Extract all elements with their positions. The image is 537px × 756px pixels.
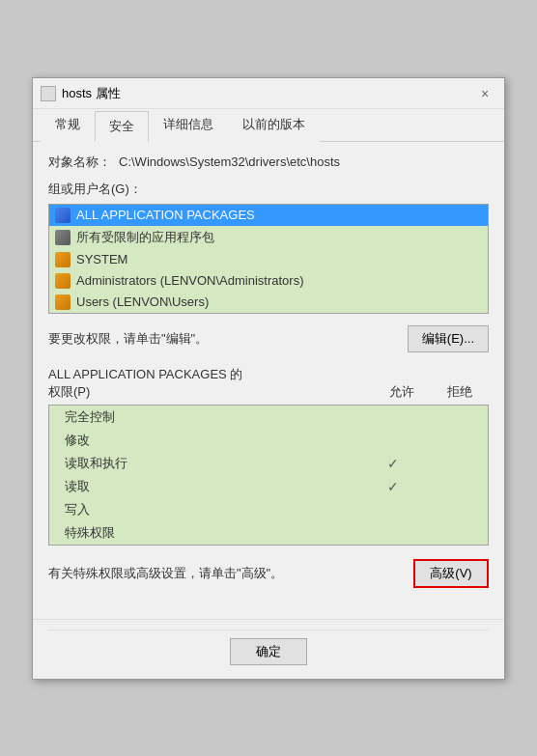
list-item-label: Users (LENVON\Users): [76, 294, 209, 309]
list-item[interactable]: Users (LENVON\Users): [49, 292, 488, 313]
tab-details[interactable]: 详细信息: [149, 109, 228, 142]
object-name-label: 对象名称：: [48, 154, 111, 171]
list-item-label: SYSTEM: [76, 252, 127, 266]
title-bar-left: hosts 属性: [41, 85, 121, 102]
perm-row-read-execute: 读取和执行 ✓: [49, 452, 488, 475]
edit-description: 要更改权限，请单击"编辑"。: [48, 330, 208, 348]
admin-icon: [55, 273, 71, 289]
footer-buttons: 确定: [48, 630, 489, 669]
perm-row-special: 特殊权限: [49, 521, 488, 545]
edit-area: 要更改权限，请单击"编辑"。 编辑(E)...: [48, 325, 489, 352]
perm-row-write: 写入: [49, 498, 488, 521]
tab-content: 对象名称： C:\Windows\System32\drivers\etc\ho…: [33, 142, 504, 619]
restricted-icon: [55, 230, 71, 245]
permissions-section: ALL APPLICATION PACKAGES 的 权限(P) 允许 拒绝 完…: [48, 366, 489, 546]
advanced-area: 有关特殊权限或高级设置，请单击"高级"。 高级(V): [48, 559, 489, 588]
perm-row-full-control: 完全控制: [49, 406, 488, 429]
tab-security[interactable]: 安全: [95, 111, 149, 142]
perm-title-part2: 权限(P) 允许 拒绝: [48, 383, 489, 401]
perm-allow-header: 允许: [373, 383, 431, 401]
tab-bar: 常规 安全 详细信息 以前的版本: [33, 109, 504, 142]
tab-previous-versions[interactable]: 以前的版本: [228, 109, 320, 142]
close-button[interactable]: ×: [473, 84, 496, 103]
list-item[interactable]: Administrators (LENVON\Administrators): [49, 270, 488, 292]
permissions-table: 完全控制 修改 读取和执行 ✓ 读取 ✓: [48, 405, 489, 546]
advanced-description: 有关特殊权限或高级设置，请单击"高级"。: [48, 565, 404, 582]
title-bar: hosts 属性 ×: [33, 78, 504, 109]
perm-deny-header: 拒绝: [431, 383, 489, 401]
list-item-label: 所有受限制的应用程序包: [76, 229, 214, 246]
all-pkg-icon: [55, 208, 71, 223]
group-label: 组或用户名(G)：: [48, 181, 489, 198]
users-icon: [55, 294, 71, 310]
confirm-button[interactable]: 确定: [230, 638, 307, 665]
list-item-label: ALL APPLICATION PACKAGES: [76, 208, 255, 222]
window-title: hosts 属性: [62, 85, 121, 102]
dialog-window: hosts 属性 × 常规 安全 详细信息 以前的版本 对象名称： C:\Win…: [32, 77, 505, 680]
perm-row-read: 读取 ✓: [49, 475, 488, 498]
users-listbox[interactable]: ALL APPLICATION PACKAGES 所有受限制的应用程序包 SYS…: [48, 204, 489, 314]
list-item[interactable]: ALL APPLICATION PACKAGES: [49, 205, 488, 226]
system-icon: [55, 252, 71, 267]
perm-row-modify: 修改: [49, 429, 488, 452]
advanced-button[interactable]: 高级(V): [413, 559, 489, 588]
list-item[interactable]: SYSTEM: [49, 249, 488, 270]
tab-general[interactable]: 常规: [41, 109, 95, 142]
edit-button[interactable]: 编辑(E)...: [408, 325, 489, 352]
window-icon: [41, 86, 56, 101]
object-name-row: 对象名称： C:\Windows\System32\drivers\etc\ho…: [48, 154, 489, 171]
perm-title: ALL APPLICATION PACKAGES 的 权限(P) 允许 拒绝: [48, 366, 489, 401]
object-name-value: C:\Windows\System32\drivers\etc\hosts: [119, 154, 340, 169]
list-item-label: Administrators (LENVON\Administrators): [76, 273, 304, 288]
list-item[interactable]: 所有受限制的应用程序包: [49, 226, 488, 249]
dialog-footer: 确定: [33, 619, 504, 679]
